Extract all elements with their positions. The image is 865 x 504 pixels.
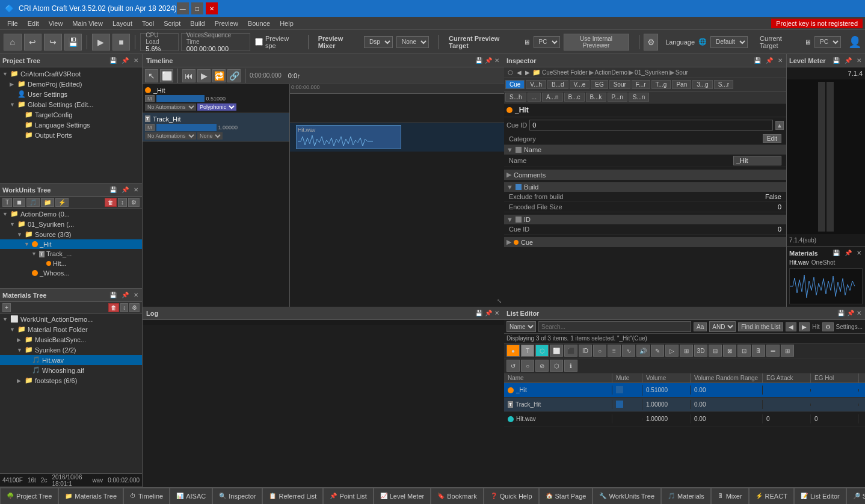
row-hit-mute[interactable] (612, 385, 642, 396)
menu-mainview[interactable]: Main View (67, 19, 108, 28)
mt-pin-btn[interactable]: 📌 (120, 291, 130, 299)
wu-syuriken[interactable]: ▼ 📁 01_Syuriken (... (0, 219, 142, 229)
mt-hit-wav[interactable]: 🎵 Hit.wav (0, 355, 142, 365)
menu-script[interactable]: Script (159, 19, 185, 28)
filter-and-dropdown[interactable]: AND (709, 321, 736, 332)
bottom-tab-react[interactable]: ⚡ REACT (749, 488, 794, 505)
lm-pin-btn[interactable]: 📌 (843, 57, 853, 64)
li-btn-r3[interactable]: ⊘ (535, 360, 549, 372)
mt-save-btn[interactable]: 💾 (108, 291, 118, 299)
wu-track[interactable]: ▼ T Track_... (0, 249, 142, 259)
bottom-tab-materials[interactable]: 🎵 Materials (661, 488, 711, 505)
list-row-hit[interactable]: _Hit 0.51000 0.00 (504, 383, 865, 398)
tl-link-btn[interactable]: 🔗 (227, 69, 241, 82)
mp-pin-btn[interactable]: 📌 (843, 249, 853, 257)
li-btn-pen[interactable]: ✎ (651, 345, 664, 357)
insp-close-btn[interactable]: ✕ (777, 57, 784, 64)
save-button[interactable]: 💾 (64, 34, 82, 51)
list-row-hitwav[interactable]: Hit.wav 1.00000 0.00 0 0 (504, 412, 865, 426)
insp-tab-fr[interactable]: F...r (632, 80, 650, 89)
track-hit-automations[interactable]: No Automations (145, 103, 196, 111)
play-button[interactable]: ▶ (92, 34, 110, 51)
mp-close-btn[interactable]: ✕ (855, 249, 863, 257)
bottom-tab-mixer[interactable]: 🎚 Mixer (711, 488, 749, 505)
tl-prev-btn[interactable]: ⏮ (182, 69, 195, 82)
track-hit-mute[interactable]: M (145, 95, 155, 102)
tl-cursor-btn[interactable]: ↖ (145, 69, 158, 82)
menu-tool[interactable]: Tool (137, 19, 159, 28)
mt-whooshing[interactable]: 🎵 Whooshing.aif (0, 365, 142, 375)
tl-save-btn[interactable]: 💾 (474, 57, 484, 64)
mt-musicbeat[interactable]: ▶ 📁 MusicBeatSync... (0, 334, 142, 345)
bottom-tab-inspector[interactable]: 🔍 Inspector (212, 488, 262, 505)
lm-save-btn[interactable]: 💾 (831, 57, 841, 64)
current-target-dropdown[interactable]: PC (814, 36, 841, 48)
lm-close-btn[interactable]: ✕ (855, 57, 863, 64)
insp-cue-header[interactable]: ▶ Cue (504, 237, 786, 247)
wt-sort-btn[interactable]: ↕ (118, 198, 127, 207)
dsp-dropdown[interactable]: Dsp (364, 36, 393, 48)
minimize-button[interactable]: — (177, 2, 189, 14)
insp-save-btn[interactable]: 💾 (753, 57, 762, 64)
tree-item-target-config[interactable]: 📁 TargetConfig (0, 109, 142, 120)
wt-btn5[interactable]: ⚡ (55, 198, 69, 207)
li-btn-r1[interactable]: ↺ (506, 360, 520, 372)
row-hit-mute-cb[interactable] (616, 386, 623, 393)
bottom-tab-referred-list[interactable]: 📋 Referred List (262, 488, 323, 505)
insp-tab-b[interactable]: B...d (547, 80, 568, 89)
menu-edit[interactable]: Edit (23, 19, 44, 28)
bottom-tab-level-meter[interactable]: 📈 Level Meter (374, 488, 431, 505)
maximize-button[interactable]: □ (191, 2, 203, 14)
li-btn-circle[interactable]: ○ (593, 345, 606, 357)
list-row-track-hit[interactable]: T Track_Hit 1.00000 0.00 (504, 398, 865, 412)
wu-source[interactable]: ▼ 📁 Source (3/3) (0, 229, 142, 239)
workunits-pin-btn[interactable]: 📌 (120, 186, 130, 194)
track-track-hit-sample[interactable]: None (197, 132, 223, 140)
nav-prev-btn[interactable]: ◀ (786, 322, 796, 331)
none-dropdown[interactable]: None (396, 36, 429, 48)
track-track-hit-volume-bar[interactable] (156, 124, 217, 131)
li-btn-id[interactable]: ID (579, 345, 592, 357)
insp-build-header[interactable]: ▼ Build (504, 182, 786, 192)
wt-btn4[interactable]: 📁 (41, 198, 54, 207)
mt-new-btn[interactable]: + (2, 303, 11, 312)
insp-tab-v[interactable]: V...h (526, 80, 546, 89)
li-btn-orange[interactable]: ● (506, 345, 520, 357)
li-btn-arr[interactable]: ▷ (665, 345, 679, 357)
li-btn-eq[interactable]: ═ (766, 345, 780, 357)
find-in-list-btn[interactable]: Find in the List (738, 322, 783, 331)
li-btn-mix[interactable]: 🎚 (752, 345, 765, 357)
insp-tab-pan[interactable]: Pan (672, 80, 691, 89)
track-track-hit-mute[interactable]: M (145, 124, 155, 131)
nav-settings-icon-btn[interactable]: ⚙ (822, 322, 834, 331)
filter-field-dropdown[interactable]: Name (506, 321, 536, 332)
edit-btn[interactable]: Edit (763, 134, 781, 143)
menu-view[interactable]: View (44, 19, 68, 28)
insp-nav-btn1[interactable]: ⬡ (506, 69, 514, 76)
bottom-tab-aisac[interactable]: 📊 AISAC (170, 488, 212, 505)
tl-close-btn[interactable]: ✕ (493, 57, 500, 64)
wu-hit-cue[interactable]: ▼ _Hit (0, 239, 142, 249)
tree-item-user-settings[interactable]: 👤 User Settings (0, 89, 142, 99)
insp-pin-btn[interactable]: 📌 (765, 57, 774, 64)
filter-aa-btn[interactable]: Aa (694, 322, 707, 331)
le-pin-btn[interactable]: 📌 (846, 309, 855, 317)
wu-actiondemo[interactable]: ▼ 📁 ActionDemo (0... (0, 209, 142, 219)
insp-tab-eg[interactable]: EG (591, 80, 608, 89)
row-hitwav-mute[interactable] (612, 418, 642, 420)
bottom-tab-materials-tree[interactable]: 📁 Materials Tree (58, 488, 123, 505)
tree-item-root[interactable]: ▼ 📁 CriAtomCraftV3Root (0, 69, 142, 79)
insp-tab-ve[interactable]: V...e (570, 80, 590, 89)
wt-settings-btn[interactable]: ⚙ (128, 198, 140, 207)
wt-btn1[interactable]: T (2, 198, 12, 207)
language-dropdown[interactable]: Default (710, 36, 748, 48)
insp-comments-header[interactable]: ▶ Comments (504, 170, 786, 180)
insp-tab-tg[interactable]: T...g (651, 80, 671, 89)
wt-btn3[interactable]: 🎵 (26, 198, 40, 207)
li-btn-sq1[interactable]: ⬜ (550, 345, 563, 357)
close-button[interactable]: ✕ (206, 2, 218, 14)
insp-tab-bc[interactable]: B...c (564, 93, 585, 102)
mt-close-btn[interactable]: ✕ (132, 291, 140, 299)
insp-nav-fwd[interactable]: ▶ (524, 69, 531, 76)
menu-layout[interactable]: Layout (108, 19, 137, 28)
